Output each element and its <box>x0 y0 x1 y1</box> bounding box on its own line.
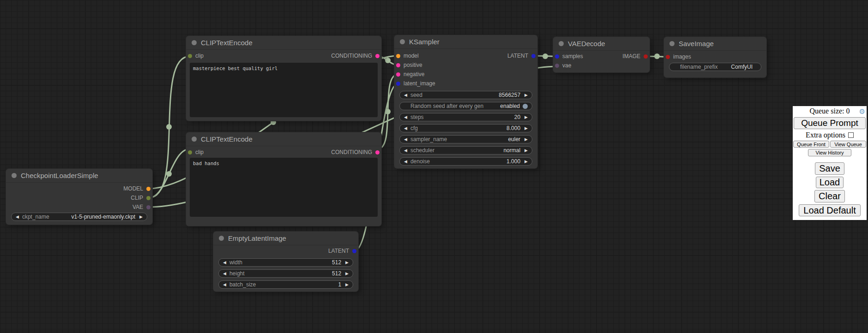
latent-output-port[interactable] <box>531 54 536 58</box>
decrement-arrow-icon[interactable]: ◀ <box>404 160 407 164</box>
cfg-widget[interactable]: ◀ cfg 8.000 ▶ <box>399 124 532 132</box>
increment-arrow-icon[interactable]: ▶ <box>345 261 349 265</box>
input-label: negative <box>404 71 424 77</box>
height-widget[interactable]: ◀ height 512 ▶ <box>218 269 353 278</box>
node-title-bar[interactable]: EmptyLatentImage <box>213 232 358 245</box>
output-label: VAE <box>133 204 143 210</box>
link-midpoint-dot <box>166 124 172 130</box>
clip-input-port[interactable] <box>188 54 192 58</box>
node-title-bar[interactable]: VAEDecode <box>553 37 650 51</box>
node-empty-latent-image[interactable]: EmptyLatentImage LATENT ◀ width 512 ▶ ◀ … <box>213 232 358 291</box>
widget-label: Random seed after every gen <box>410 103 483 109</box>
load-default-button[interactable]: Load Default <box>799 204 861 216</box>
decrement-arrow-icon[interactable]: ◀ <box>404 149 407 153</box>
batch-size-widget[interactable]: ◀ batch_size 1 ▶ <box>218 280 353 289</box>
increment-arrow-icon[interactable]: ▶ <box>524 137 528 142</box>
latent-image-input-port[interactable] <box>396 82 400 86</box>
increment-arrow-icon[interactable]: ▶ <box>139 215 143 219</box>
clip-output-port[interactable] <box>146 196 151 200</box>
conditioning-output-port[interactable] <box>375 54 380 58</box>
output-label: LATENT <box>328 248 349 254</box>
model-input-port[interactable] <box>396 54 400 58</box>
random-seed-toggle[interactable]: Random seed after every gen enabled <box>399 102 532 110</box>
image-output-port[interactable] <box>644 54 648 59</box>
increment-arrow-icon[interactable]: ▶ <box>524 126 528 131</box>
decrement-arrow-icon[interactable]: ◀ <box>16 215 19 219</box>
increment-arrow-icon[interactable]: ▶ <box>345 272 349 276</box>
filename-prefix-widget[interactable]: filename_prefix ComfyUI <box>669 63 761 71</box>
decrement-arrow-icon[interactable]: ◀ <box>404 93 407 97</box>
save-button[interactable]: Save <box>815 162 844 175</box>
queue-size-label: Queue size: <box>809 107 844 115</box>
extra-options-checkbox[interactable] <box>848 132 854 138</box>
widget-label: filename_prefix <box>680 64 717 70</box>
negative-input-port[interactable] <box>396 72 400 77</box>
increment-arrow-icon[interactable]: ▶ <box>524 149 528 153</box>
increment-arrow-icon[interactable]: ▶ <box>524 93 528 97</box>
scheduler-widget[interactable]: ◀ scheduler normal ▶ <box>399 146 532 155</box>
node-collapse-dot[interactable] <box>192 40 197 45</box>
widget-value: normal <box>503 147 520 154</box>
increment-arrow-icon[interactable]: ▶ <box>524 160 528 164</box>
node-clip-text-encode-positive[interactable]: CLIPTextEncode clip CONDITIONING masterp… <box>186 36 381 121</box>
positive-input-port[interactable] <box>396 63 400 67</box>
images-input-port[interactable] <box>666 55 670 59</box>
denoise-widget[interactable]: ◀ denoise 1.000 ▶ <box>399 157 532 166</box>
steps-widget[interactable]: ◀ steps 20 ▶ <box>399 113 532 121</box>
positive-prompt-textarea[interactable]: masterpiece best quality girl <box>190 63 378 117</box>
vae-input-port[interactable] <box>555 64 559 68</box>
sampler-name-widget[interactable]: ◀ sampler_name euler ▶ <box>399 135 532 143</box>
node-collapse-dot[interactable] <box>400 39 405 44</box>
comfy-menu-panel: Queue size: 0 ⚙ Queue Prompt Extra optio… <box>793 106 867 220</box>
decrement-arrow-icon[interactable]: ◀ <box>404 126 407 131</box>
node-collapse-dot[interactable] <box>669 41 675 46</box>
decrement-arrow-icon[interactable]: ◀ <box>404 115 407 119</box>
node-title-bar[interactable]: SaveImage <box>664 37 766 51</box>
increment-arrow-icon[interactable]: ▶ <box>345 283 349 287</box>
load-button[interactable]: Load <box>816 177 844 188</box>
queue-prompt-button[interactable]: Queue Prompt <box>794 117 866 129</box>
widget-value: 512 <box>332 270 341 277</box>
node-clip-text-encode-negative[interactable]: CLIPTextEncode clip CONDITIONING bad han… <box>186 132 381 226</box>
negative-prompt-textarea[interactable]: bad hands <box>190 158 378 217</box>
node-title-bar[interactable]: CLIPTextEncode <box>186 132 381 146</box>
ckpt-name-widget[interactable]: ◀ ckpt_name v1-5-pruned-emaonly.ckpt ▶ <box>11 213 147 221</box>
view-history-button[interactable]: View History <box>808 149 851 156</box>
node-vae-decode[interactable]: VAEDecode samples IMAGE vae <box>553 37 650 72</box>
input-label: latent_image <box>404 80 435 87</box>
widget-label: width <box>229 259 242 266</box>
decrement-arrow-icon[interactable]: ◀ <box>223 272 226 276</box>
node-title-bar[interactable]: CheckpointLoaderSimple <box>6 169 152 183</box>
node-collapse-dot[interactable] <box>219 236 224 241</box>
decrement-arrow-icon[interactable]: ◀ <box>223 283 226 287</box>
conditioning-output-port[interactable] <box>375 150 380 155</box>
increment-arrow-icon[interactable]: ▶ <box>524 115 528 119</box>
node-checkpoint-loader-simple[interactable]: CheckpointLoaderSimple MODEL CLIP VAE ◀ … <box>6 169 152 225</box>
widget-label: seed <box>410 92 422 98</box>
vae-output-port[interactable] <box>146 205 151 209</box>
node-collapse-dot[interactable] <box>192 137 197 142</box>
widget-value: 1 <box>338 281 341 288</box>
clear-button[interactable]: Clear <box>814 190 845 202</box>
model-output-port[interactable] <box>146 187 151 191</box>
width-widget[interactable]: ◀ width 512 ▶ <box>218 258 353 267</box>
output-label: IMAGE <box>622 53 640 59</box>
decrement-arrow-icon[interactable]: ◀ <box>404 137 407 142</box>
clip-input-port[interactable] <box>188 150 192 155</box>
settings-gear-icon[interactable]: ⚙ <box>859 107 865 116</box>
seed-widget[interactable]: ◀ seed 8566257 ▶ <box>399 91 532 99</box>
node-title-bar[interactable]: CLIPTextEncode <box>186 36 381 50</box>
queue-front-button[interactable]: Queue Front <box>793 141 829 148</box>
widget-value: ComfyUI <box>731 64 753 70</box>
node-collapse-dot[interactable] <box>12 173 17 178</box>
view-queue-button[interactable]: View Queue <box>830 141 866 148</box>
node-collapse-dot[interactable] <box>559 41 564 46</box>
node-save-image[interactable]: SaveImage images filename_prefix ComfyUI <box>664 37 766 77</box>
output-label: CONDITIONING <box>331 53 372 59</box>
samples-input-port[interactable] <box>555 54 559 59</box>
latent-output-port[interactable] <box>352 249 356 253</box>
decrement-arrow-icon[interactable]: ◀ <box>223 261 226 265</box>
toggle-on-indicator[interactable] <box>523 104 528 109</box>
node-ksampler[interactable]: KSampler model LATENT positive negative … <box>394 35 537 168</box>
node-title-bar[interactable]: KSampler <box>394 35 537 49</box>
